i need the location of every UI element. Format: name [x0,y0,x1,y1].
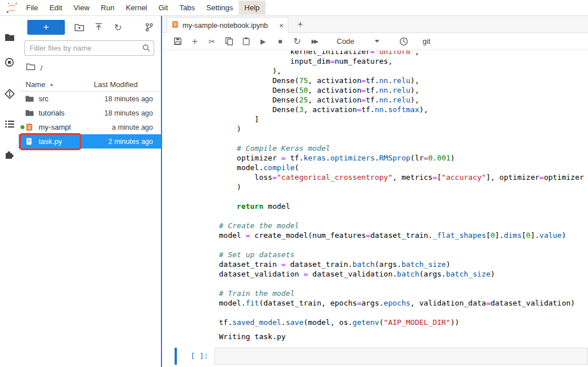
code-line: dataset_train = dataset_train.batch(args… [219,259,588,269]
code-line: # Set up datasets [219,250,588,259]
column-last-modified[interactable]: Last Modified [94,80,161,89]
folder-icon [26,63,35,72]
code-line: dataset_validation = dataset_validation.… [219,269,588,279]
paste-cells-icon[interactable] [241,36,251,47]
file-modified: 18 minutes ago [94,109,161,117]
file-browser-icon[interactable] [0,30,19,44]
search-icon [142,44,150,54]
breadcrumb-root: / [40,64,43,72]
code-line: # Compile Keras model [219,143,588,153]
code-line [219,192,588,201]
code-line: loss="categorical_crossentropy", metrics… [219,172,588,182]
new-launcher-button[interactable]: + [27,20,65,35]
tab-my-sample-notebook[interactable]: my-sample-notebook.ipynb × [167,17,288,33]
menu-tabs[interactable]: Tabs [173,1,200,15]
file-name: src [39,94,48,103]
copy-cells-icon[interactable] [224,36,234,47]
code-line [219,211,588,221]
breadcrumb[interactable]: / [26,62,161,73]
file-icon [25,137,35,146]
file-browser-panel: + ↻ [19,16,162,367]
code-line: tf.saved_model.save(model, os.getenv("AI… [219,317,588,327]
menu-kernel[interactable]: Kernel [120,1,153,15]
new-folder-icon[interactable] [74,22,84,32]
extensions-icon[interactable] [0,147,19,162]
code-line: # Create the model [219,221,588,230]
code-line: Dense(75, activation=tf.nn.relu), [219,76,588,85]
git-clone-icon[interactable] [144,22,154,32]
close-icon[interactable]: × [279,22,284,30]
file-browser-toolbar: + ↻ [19,19,161,35]
file-list-header: Name ▲ Last Modified [19,78,161,92]
active-cell-indicator [175,348,177,365]
notebook-icon [25,123,35,132]
code-line: model.compile( [219,163,588,172]
restart-kernel-icon[interactable]: ↻ [292,36,302,47]
git-icon[interactable] [0,86,19,101]
code-line: model = create_model(num_features=datase… [219,230,588,240]
code-editor[interactable]: kernel_initializer="uniform", input_dim=… [219,51,588,327]
code-line: kernel_initializer="uniform", [219,51,588,56]
execution-time-icon[interactable] [399,37,408,46]
folder-icon [25,94,35,104]
running-kernels-icon[interactable] [0,55,19,69]
empty-cell-editor[interactable] [214,348,588,365]
folder-icon [25,109,35,118]
code-line: Dense(25, activation=tf.nn.relu), [219,95,588,105]
sort-ascending-icon: ▲ [49,82,54,87]
table-of-contents-icon[interactable] [0,117,19,131]
run-cell-icon[interactable]: ▶ [258,36,268,47]
file-modified: 18 minutes ago [94,95,161,103]
new-tab-button[interactable]: + [294,18,307,31]
code-line: ) [219,124,588,134]
code-line: model.fit(dataset_train, epochs=args.epo… [219,298,588,308]
file-name: tutorials [39,109,65,117]
dock-tab-bar: my-sample-notebook.ipynb × + [162,16,588,33]
menu-settings[interactable]: Settings [201,1,239,15]
code-line [219,240,588,250]
file-modified: 2 minutes ago [94,138,161,146]
code-line: return model [219,201,588,211]
menu-git[interactable]: Git [153,1,174,15]
file-row-src[interactable]: src 18 minutes ago [19,92,161,106]
file-name: task.py [39,137,62,146]
save-icon[interactable] [173,36,183,47]
file-row-task-py[interactable]: task.py 2 minutes ago [19,134,161,149]
file-row-tutorials[interactable]: tutorials 18 minutes ago [19,106,161,120]
filter-files-field [24,40,154,56]
code-line: ), [219,66,588,76]
upload-icon[interactable] [94,22,103,32]
notebook-toolbar: + ✂ ▶ ■ ↻ ▶▶ Code [162,33,588,50]
menu-run[interactable]: Run [95,1,120,15]
code-line: ) [219,182,588,192]
chevron-down-icon [375,40,379,43]
refresh-icon[interactable]: ↻ [113,22,123,32]
code-line: ] [219,114,588,124]
menu-help[interactable]: Help [239,1,266,15]
activity-bar [0,16,19,367]
menu-file[interactable]: File [20,1,44,15]
cell-prompt: [ ]: [191,352,208,360]
code-line [219,279,588,288]
code-line [219,308,588,317]
code-line: input_dim=num_features, [219,56,588,66]
cut-cells-icon[interactable]: ✂ [207,36,217,47]
menu-view[interactable]: View [68,1,95,15]
file-modified: a minute ago [94,123,161,131]
cell-type-dropdown[interactable]: Code [337,37,379,46]
code-line [219,134,588,143]
insert-cell-icon[interactable]: + [190,36,200,47]
code-line: # Train the model [219,288,588,298]
stop-kernel-icon[interactable]: ■ [275,36,285,47]
menu-edit[interactable]: Edit [44,1,68,15]
git-toolbar-label[interactable]: git [423,37,430,46]
jupyter-logo-icon [3,2,20,14]
restart-run-all-icon[interactable]: ▶▶ [309,36,319,47]
code-line: Dense(3, activation=tf.nn.softmax), [219,105,588,114]
menubar: File Edit View Run Kernel Git Tabs Setti… [0,0,588,16]
column-name[interactable]: Name [26,80,45,89]
tab-label: my-sample-notebook.ipynb [183,22,276,30]
file-name: my-sampl [39,123,71,131]
file-row-my-sample-notebook[interactable]: my-sampl a minute ago [19,120,161,134]
filter-files-input[interactable] [24,40,154,56]
